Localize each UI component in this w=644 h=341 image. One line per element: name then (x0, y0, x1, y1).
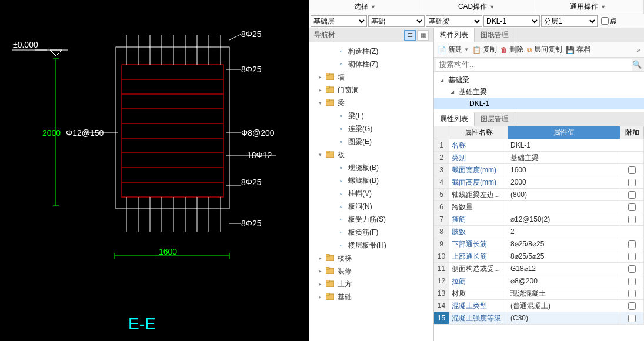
prop-value[interactable]: (C30) (508, 312, 620, 324)
tab-prop-list[interactable]: 属性列表 (434, 112, 475, 126)
tree-folder[interactable]: ▸装修 (309, 265, 433, 278)
search-input[interactable] (436, 59, 632, 71)
layer-copy-button[interactable]: ⧉层间复制 (527, 45, 562, 55)
tree-item[interactable]: ▫连梁(G) (309, 122, 433, 135)
prop-value[interactable]: 现浇混凝土 (508, 287, 620, 299)
prop-extra-checkbox[interactable] (628, 302, 636, 310)
prop-extra-checkbox[interactable] (628, 265, 636, 273)
prop-row[interactable]: 4截面高度(mm)2000 (434, 176, 644, 189)
prop-value[interactable] (508, 201, 620, 213)
cad-viewport[interactable]: ±0.000 2000 1600 Φ12@150 8Φ25 8Φ25 Φ8@20… (0, 0, 309, 341)
prop-value[interactable]: G18⌀12 (508, 263, 620, 275)
prop-extra-checkbox[interactable] (628, 166, 636, 174)
new-button[interactable]: 📄新建▼ (438, 45, 469, 55)
prop-value[interactable]: 2 (508, 226, 620, 238)
component-tree-item[interactable]: ◢基础主梁 (434, 86, 644, 98)
tree-item[interactable]: ▫板负筋(F) (309, 226, 433, 239)
prop-extra-checkbox[interactable] (628, 179, 636, 186)
prop-row[interactable]: 11侧面构造或受...G18⌀12 (434, 263, 644, 275)
prop-value[interactable]: ⌀12@150(2) (508, 213, 620, 225)
prop-value[interactable]: 基础主梁 (508, 152, 620, 163)
tree-item[interactable]: ▫现浇板(B) (309, 161, 433, 174)
tree-item[interactable]: ▫砌体柱(Z) (309, 58, 433, 71)
tab-component-list[interactable]: 构件列表 (434, 28, 475, 42)
prop-row-number: 4 (434, 176, 449, 188)
component-tree[interactable]: ◢基础梁◢基础主梁DKL-1 (434, 72, 644, 112)
tree-item[interactable]: ▫构造柱(Z) (309, 45, 433, 58)
layer-select[interactable]: 分层1 (541, 15, 598, 27)
prop-extra-checkbox[interactable] (628, 216, 636, 223)
component-select[interactable]: DKL-1 (483, 15, 540, 27)
prop-value[interactable]: DKL-1 (508, 139, 620, 151)
view-list-icon[interactable]: ☰ (404, 30, 416, 41)
prop-row[interactable]: 7箍筋⌀12@150(2) (434, 213, 644, 226)
prop-extra-checkbox[interactable] (628, 253, 636, 260)
prop-row[interactable]: 3截面宽度(mm)1600 (434, 164, 644, 176)
prop-row[interactable]: 6跨数量 (434, 201, 644, 213)
tree-folder[interactable]: ▾板 (309, 148, 433, 161)
prop-extra (620, 213, 644, 225)
prop-value[interactable]: (800) (508, 189, 620, 200)
tree-folder[interactable]: ▸门窗洞 (309, 83, 433, 96)
prop-extra-checkbox[interactable] (628, 240, 636, 248)
prop-extra-checkbox[interactable] (628, 315, 636, 322)
tree-item[interactable]: ▫梁(L) (309, 109, 433, 122)
tree-item[interactable]: ▫柱帽(V) (309, 187, 433, 200)
category-select[interactable]: 基础 (368, 15, 425, 27)
tree-item[interactable]: ▫螺旋板(B) (309, 174, 433, 187)
prop-row[interactable]: 15混凝土强度等级(C30) (434, 312, 644, 325)
prop-row[interactable]: 5轴线距梁左边...(800) (434, 189, 644, 201)
floor-select[interactable]: 基础层 (311, 15, 367, 27)
prop-value[interactable]: 8⌀25/5⌀25 (508, 250, 620, 262)
component-tree-item[interactable]: ◢基础梁 (434, 74, 644, 86)
tree-folder[interactable]: ▾梁 (309, 96, 433, 109)
subcategory-select[interactable]: 基础梁 (426, 15, 482, 27)
prop-row[interactable]: 12拉筋⌀8@200 (434, 275, 644, 287)
prop-row-number: 10 (434, 250, 449, 262)
tree-folder[interactable]: ▸土方 (309, 278, 433, 290)
prop-row[interactable]: 8肢数2 (434, 226, 644, 238)
tree-folder[interactable]: ▸墙 (309, 71, 433, 83)
prop-row[interactable]: 9下部通长筋8⌀25/8⌀25 (434, 238, 644, 250)
component-tree-item[interactable]: DKL-1 (434, 98, 644, 109)
prop-value[interactable]: 8⌀25/8⌀25 (508, 238, 620, 250)
view-grid-icon[interactable]: ▦ (417, 30, 429, 41)
prop-row-number: 1 (434, 139, 449, 151)
prop-row[interactable]: 10上部通长筋8⌀25/5⌀25 (434, 250, 644, 263)
common-ops-menu[interactable]: 通用操作▼ (532, 0, 644, 14)
tree-item[interactable]: ▫板洞(N) (309, 200, 433, 213)
nav-tree[interactable]: ▫构造柱(Z)▫砌体柱(Z)▸墙▸门窗洞▾梁▫梁(L)▫连梁(G)▫圈梁(E)▾… (309, 42, 433, 341)
tree-folder[interactable]: ▸基础 (309, 290, 433, 303)
prop-row[interactable]: 13材质现浇混凝土 (434, 287, 644, 300)
prop-value[interactable]: 1600 (508, 164, 620, 176)
point-checkbox[interactable] (601, 17, 609, 25)
prop-extra-checkbox[interactable] (628, 203, 636, 211)
prop-row[interactable]: 1名称DKL-1 (434, 139, 644, 152)
prop-extra-checkbox[interactable] (628, 290, 636, 297)
prop-extra (620, 250, 644, 262)
tree-item[interactable]: ▫圈梁(E) (309, 135, 433, 148)
prop-value[interactable]: 2000 (508, 176, 620, 188)
prop-extra-checkbox[interactable] (628, 278, 636, 285)
tab-layer-mgmt[interactable]: 图层管理 (475, 112, 515, 126)
tree-item[interactable]: ▫板受力筋(S) (309, 213, 433, 226)
component-panel: 构件列表 图纸管理 📄新建▼ 📋复制 🗑删除 ⧉层间复制 💾存档 » 🔍 ◢基础… (434, 28, 644, 341)
more-actions[interactable]: » (636, 46, 640, 54)
tree-folder[interactable]: ▸楼梯 (309, 252, 433, 265)
prop-extra-checkbox[interactable] (628, 191, 636, 199)
rebar-top2: 8Φ25 (241, 65, 262, 74)
tab-drawing-mgmt[interactable]: 图纸管理 (475, 28, 515, 42)
prop-value[interactable]: (普通混凝土) (508, 300, 620, 312)
col-value[interactable]: 属性值 (508, 126, 620, 139)
copy-button[interactable]: 📋复制 (472, 45, 497, 55)
prop-extra (620, 164, 644, 176)
save-button[interactable]: 💾存档 (566, 45, 590, 55)
prop-value[interactable]: ⌀8@200 (508, 275, 620, 287)
cad-ops-menu[interactable]: CAD操作▼ (421, 0, 533, 14)
delete-button[interactable]: 🗑删除 (500, 45, 523, 55)
select-menu[interactable]: 选择▼ (309, 0, 421, 14)
prop-row[interactable]: 2类别基础主梁 (434, 152, 644, 164)
prop-row[interactable]: 14混凝土类型(普通混凝土) (434, 300, 644, 312)
tree-item[interactable]: ▫楼层板带(H) (309, 239, 433, 252)
search-icon[interactable]: 🔍 (632, 60, 642, 69)
